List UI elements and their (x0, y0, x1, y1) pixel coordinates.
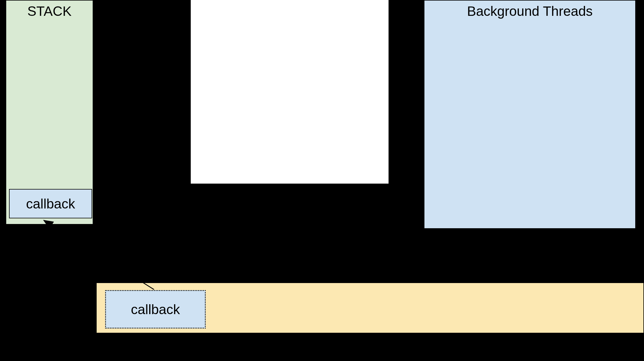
stack-callback-label: callback (26, 196, 75, 212)
stack-panel: STACK callback (6, 0, 93, 225)
queue-callback-label: callback (131, 302, 180, 317)
background-threads-panel: Background Threads (424, 0, 636, 229)
queue-panel: callback (96, 282, 644, 333)
stack-title: STACK (6, 3, 93, 19)
center-panel (191, 0, 389, 184)
stack-callback-frame: callback (9, 189, 92, 218)
svg-line-1 (44, 220, 154, 290)
queue-callback-item: callback (105, 290, 206, 329)
background-threads-title: Background Threads (424, 3, 635, 19)
